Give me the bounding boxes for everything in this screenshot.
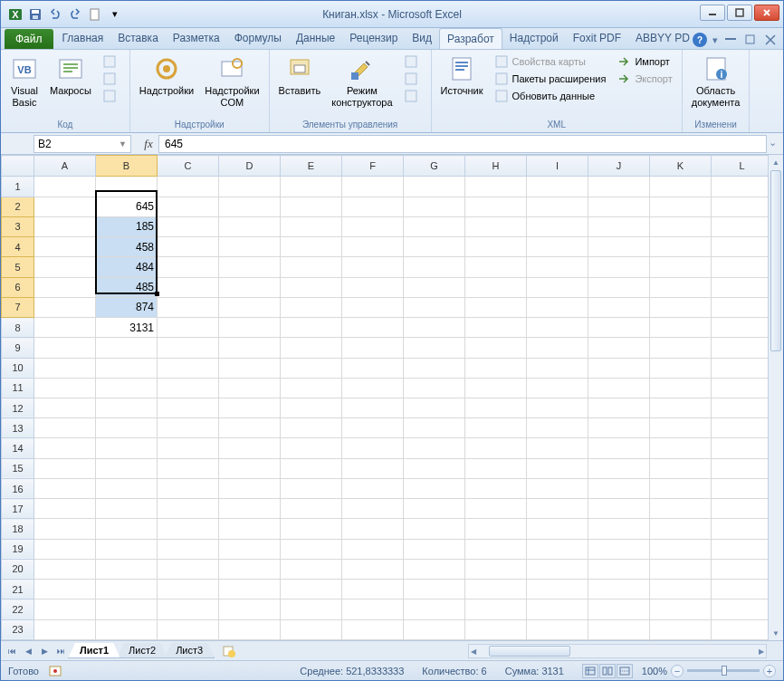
ribbon-options-icon[interactable]: ▾ (712, 34, 718, 46)
cell-F16[interactable] (342, 478, 404, 498)
cell-K9[interactable] (650, 338, 712, 358)
cell-J14[interactable] (588, 438, 650, 458)
cell-I1[interactable] (527, 177, 588, 197)
security-button[interactable] (99, 88, 124, 104)
name-box[interactable]: ▼ (33, 135, 131, 153)
cell-G17[interactable] (404, 499, 465, 519)
row-header-9[interactable]: 9 (2, 338, 34, 358)
cell-D17[interactable] (219, 499, 281, 519)
cell-B20[interactable] (96, 559, 158, 579)
row-header-16[interactable]: 16 (2, 478, 34, 498)
cell-F2[interactable] (342, 197, 404, 216)
cell-K16[interactable] (650, 478, 712, 498)
cell-E17[interactable] (281, 499, 342, 519)
cell-D18[interactable] (219, 519, 281, 539)
cell-K11[interactable] (650, 378, 712, 398)
cell-D1[interactable] (219, 177, 281, 197)
cell-H5[interactable] (465, 257, 527, 277)
cell-D2[interactable] (219, 197, 281, 216)
cell-F5[interactable] (342, 257, 404, 277)
cell-A6[interactable] (34, 277, 96, 297)
cell-C22[interactable] (158, 599, 219, 619)
cell-L14[interactable] (712, 438, 773, 458)
cell-E4[interactable] (281, 237, 342, 257)
cell-C10[interactable] (158, 358, 219, 378)
normal-view-icon[interactable] (582, 664, 598, 678)
cell-B19[interactable] (96, 539, 158, 559)
cell-I7[interactable] (527, 297, 588, 317)
cell-K2[interactable] (650, 197, 712, 216)
cell-A19[interactable] (34, 539, 96, 559)
cell-H19[interactable] (465, 539, 527, 559)
tab-5[interactable]: Рецензир (342, 28, 405, 49)
cell-J17[interactable] (588, 499, 650, 519)
col-header-F[interactable]: F (342, 156, 404, 177)
cell-D13[interactable] (219, 418, 281, 438)
cell-L15[interactable] (712, 458, 773, 478)
cell-B21[interactable] (96, 580, 158, 599)
cell-J22[interactable] (588, 599, 650, 619)
sheet-prev-icon[interactable]: ◀ (21, 644, 35, 658)
formula-expand-icon[interactable]: ⌄ (769, 137, 779, 151)
cell-F7[interactable] (342, 297, 404, 317)
cell-K7[interactable] (650, 297, 712, 317)
tab-2[interactable]: Разметка (166, 28, 227, 49)
cell-B15[interactable] (96, 458, 158, 478)
visual-basic-button[interactable]: VBVisualBasic (5, 52, 44, 111)
cell-L2[interactable] (712, 197, 773, 216)
cell-L6[interactable] (712, 277, 773, 297)
cell-C7[interactable] (158, 297, 219, 317)
row-header-23[interactable]: 23 (2, 619, 34, 639)
scroll-up-icon[interactable]: ▲ (769, 155, 783, 169)
cell-L10[interactable] (712, 358, 773, 378)
row-header-11[interactable]: 11 (2, 378, 34, 398)
cell-L1[interactable] (712, 177, 773, 197)
cell-E15[interactable] (281, 458, 342, 478)
col-header-L[interactable]: L (712, 156, 773, 177)
cell-G20[interactable] (404, 559, 465, 579)
select-all-corner[interactable] (2, 156, 34, 177)
worksheet-grid[interactable]: ABCDEFGHIJKL1264531854458548464857874831… (1, 155, 773, 640)
cell-H22[interactable] (465, 599, 527, 619)
macro-record-icon[interactable] (48, 664, 62, 678)
addins-com-button[interactable]: НадстройкиCOM (199, 52, 264, 111)
sheet-last-icon[interactable]: ⏭ (53, 644, 68, 658)
row-header-10[interactable]: 10 (2, 358, 34, 378)
cell-H3[interactable] (465, 216, 527, 236)
new-icon[interactable] (86, 5, 104, 24)
new-sheet-icon[interactable] (218, 644, 240, 658)
cell-G12[interactable] (404, 398, 465, 417)
cell-L5[interactable] (712, 257, 773, 277)
cell-D6[interactable] (219, 277, 281, 297)
cell-I2[interactable] (527, 197, 588, 216)
cell-E9[interactable] (281, 338, 342, 358)
cell-J23[interactable] (588, 619, 650, 639)
cell-E18[interactable] (281, 519, 342, 539)
cell-H15[interactable] (465, 458, 527, 478)
cell-I21[interactable] (527, 580, 588, 599)
row-header-18[interactable]: 18 (2, 519, 34, 539)
cell-G16[interactable] (404, 478, 465, 498)
cell-E3[interactable] (281, 216, 342, 236)
cell-C16[interactable] (158, 478, 219, 498)
sheet-tab-0[interactable]: Лист1 (68, 643, 120, 658)
cell-G2[interactable] (404, 197, 465, 216)
cell-J3[interactable] (588, 216, 650, 236)
cell-D3[interactable] (219, 216, 281, 236)
fx-button[interactable]: fx (139, 135, 158, 153)
cell-E6[interactable] (281, 277, 342, 297)
cell-A16[interactable] (34, 478, 96, 498)
zoom-in-icon[interactable]: + (763, 665, 776, 677)
cell-C14[interactable] (158, 438, 219, 458)
row-header-6[interactable]: 6 (2, 277, 34, 297)
cell-F14[interactable] (342, 438, 404, 458)
hscroll-left-icon[interactable]: ◀ (469, 647, 478, 656)
excel-icon[interactable]: X (6, 5, 24, 24)
cell-K19[interactable] (650, 539, 712, 559)
cell-F15[interactable] (342, 458, 404, 478)
cell-C2[interactable] (158, 197, 219, 216)
cell-L19[interactable] (712, 539, 773, 559)
cell-J12[interactable] (588, 398, 650, 417)
refresh-button[interactable]: Обновить данные (491, 88, 610, 104)
cell-L16[interactable] (712, 478, 773, 498)
